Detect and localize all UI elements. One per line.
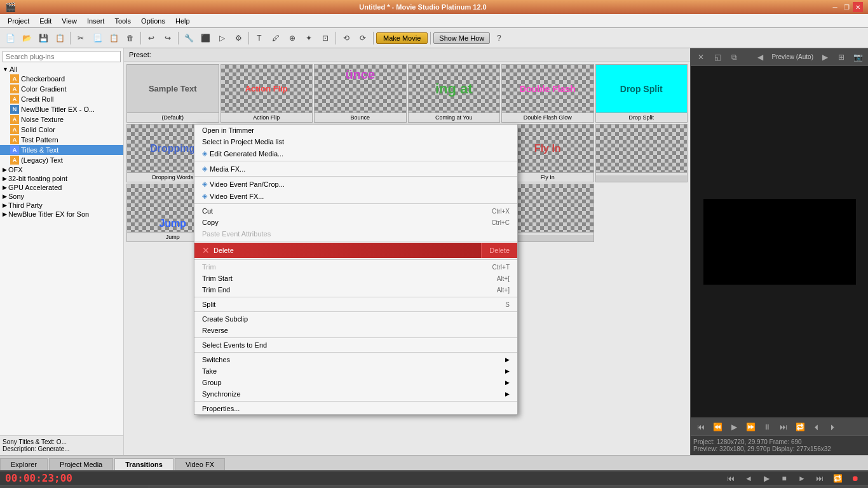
ctx-media-fx[interactable]: ◈ Media FX... (194, 163, 517, 175)
menu-help[interactable]: Help (170, 16, 195, 26)
ctx-group[interactable]: Group ▶ (194, 377, 517, 388)
tb-btn20[interactable]: ⟳ (355, 30, 370, 46)
tree-item-gpu[interactable]: ▶ GPU Accelerated (0, 183, 123, 192)
new-button[interactable]: 📄 (3, 30, 18, 46)
timeline-play[interactable]: ▶ (759, 471, 774, 486)
menu-tools[interactable]: Tools (109, 16, 136, 26)
ctx-videofx[interactable]: ◈ Video Event FX... (194, 190, 517, 202)
ctx-delete-row[interactable]: ✕ Delete Delete (194, 243, 517, 258)
tree-item-newblue2[interactable]: ▶ NewBlue Titler EX for Son (0, 210, 123, 219)
undo-button[interactable]: ↩ (144, 30, 159, 46)
paste-button[interactable]: 📋 (106, 30, 121, 46)
preview-loop-btn[interactable]: 🔁 (792, 419, 808, 435)
minimize-button[interactable]: ─ (830, 2, 840, 12)
tab-transitions[interactable]: Transitions (114, 458, 173, 470)
tree-item-ofx[interactable]: ▶ OFX (0, 165, 123, 174)
preset-dropsplit[interactable]: Drop Split Drop Split (595, 64, 688, 123)
timeline-record[interactable]: ⏺ (848, 471, 863, 486)
timeline-content[interactable]: 00:00:14:29 00:00:29:29 00:00:44:29 00:0… (149, 485, 868, 488)
timeline-rewind[interactable]: ⏮ (723, 471, 738, 486)
preset-bounce[interactable]: ünce Bounce (314, 64, 407, 123)
search-input[interactable] (3, 51, 121, 62)
menu-insert[interactable]: Insert (82, 16, 110, 26)
preview-end-btn[interactable]: ⏭ (776, 419, 791, 435)
menu-options[interactable]: Options (136, 16, 170, 26)
menu-view[interactable]: View (57, 16, 82, 26)
ctx-take[interactable]: Take ▶ (194, 365, 517, 377)
timeline-end[interactable]: ⏭ (812, 471, 827, 486)
tree-item-titlestext[interactable]: A Titles & Text (0, 145, 123, 155)
preview-rewind-btn[interactable]: ⏮ (693, 419, 709, 435)
preview-play-btn[interactable]: ▶ (726, 419, 742, 435)
preview-close-btn[interactable]: ✕ (693, 50, 709, 65)
show-me-how-button[interactable]: Show Me How (433, 32, 490, 44)
ctx-properties[interactable]: Properties... (194, 403, 517, 414)
menu-edit[interactable]: Edit (34, 16, 57, 26)
tree-item-legacytext[interactable]: A (Legacy) Text (0, 155, 123, 165)
tb-btn19[interactable]: ⟲ (339, 30, 354, 46)
preview-pause-btn[interactable]: ⏸ (759, 419, 775, 435)
make-movie-button[interactable]: Make Movie (376, 32, 428, 44)
preview-mode-left[interactable]: ◀ (752, 50, 768, 65)
tb-btn10[interactable]: 🔧 (181, 30, 196, 46)
tb-btn18[interactable]: ⊡ (318, 30, 333, 46)
preset-default[interactable]: Sample Text (Default) (126, 64, 219, 123)
ctx-switches[interactable]: Switches ▶ (194, 354, 517, 365)
ctx-trim-start[interactable]: Trim Start Alt+[ (194, 273, 517, 284)
preview-capture-btn[interactable]: 📷 (850, 50, 865, 65)
ctx-select-events[interactable]: Select Events to End (194, 339, 517, 351)
tree-item-32bit[interactable]: ▶ 32-bit floating point (0, 174, 123, 183)
tb-btn11[interactable]: ⬛ (198, 30, 213, 46)
tree-item-sony[interactable]: ▶ Sony (0, 192, 123, 201)
tb-btn14[interactable]: T (252, 30, 267, 46)
ctx-open-trimmer[interactable]: Open in Trimmer (194, 125, 517, 136)
timeline-loop[interactable]: 🔁 (830, 471, 845, 486)
tab-videofx[interactable]: Video FX (175, 458, 225, 470)
ctx-subclip[interactable]: Create Subclip (194, 313, 517, 325)
close-button[interactable]: ✕ (853, 2, 863, 12)
ctx-copy[interactable]: Copy Ctrl+C (194, 217, 517, 228)
delete-button[interactable]: 🗑 (123, 30, 138, 46)
tb-btn13[interactable]: ⚙ (231, 30, 246, 46)
ctx-split[interactable]: Split S (194, 299, 517, 310)
open-button[interactable]: 📂 (19, 30, 34, 46)
tree-item-colorgradient[interactable]: A Color Gradient (0, 84, 123, 94)
tree-item-noisetexture[interactable]: A Noise Texture (0, 114, 123, 125)
save-button[interactable]: 💾 (36, 30, 51, 46)
preview-mode-right[interactable]: ▶ (817, 50, 832, 65)
redo-button[interactable]: ↪ (160, 30, 175, 46)
help-button[interactable]: ? (491, 30, 506, 46)
timeline-next[interactable]: ► (794, 471, 810, 486)
tree-item-solidcolor[interactable]: A Solid Color (0, 125, 123, 135)
preset-empty[interactable] (595, 124, 688, 182)
preview-single-btn[interactable]: ◱ (710, 50, 725, 65)
ctx-edit-media[interactable]: ◈ Edit Generated Media... (194, 147, 517, 159)
preset-actionflip[interactable]: Action Flip Action Flip (220, 64, 313, 123)
preview-next-btn[interactable]: ⏩ (743, 419, 758, 435)
restore-button[interactable]: ❐ (841, 2, 851, 12)
ctx-trim-end[interactable]: Trim End Alt+] (194, 284, 517, 295)
tree-item-thirdparty[interactable]: ▶ Third Party (0, 201, 123, 210)
tb-btn12[interactable]: ▷ (214, 30, 229, 46)
timeline-stop[interactable]: ■ (776, 471, 792, 486)
preset-comingatyou[interactable]: ing at Coming at You (408, 64, 501, 123)
tb-btn17[interactable]: ✦ (301, 30, 316, 46)
tree-item-all[interactable]: ▼ All (0, 65, 123, 74)
tree-item-creditroll[interactable]: A Credit Roll (0, 94, 123, 104)
copy-button[interactable]: 📃 (90, 30, 105, 46)
tab-projectmedia[interactable]: Project Media (49, 458, 113, 470)
preview-dual-btn[interactable]: ⧉ (726, 50, 742, 65)
preview-step-back-btn[interactable]: ⏴ (809, 419, 824, 435)
tb-btn15[interactable]: 🖊 (268, 30, 283, 46)
tree-item-newblue[interactable]: N NewBlue Titler EX - O... (0, 104, 123, 114)
menu-project[interactable]: Project (3, 16, 34, 26)
ctx-cut[interactable]: Cut Ctrl+X (194, 205, 517, 217)
ctx-select-media[interactable]: Select in Project Media list (194, 136, 517, 147)
tree-item-testpattern[interactable]: A Test Pattern (0, 135, 123, 145)
tb-button4[interactable]: 📋 (52, 30, 67, 46)
cut-button[interactable]: ✂ (73, 30, 88, 46)
preview-step-fwd-btn[interactable]: ⏵ (825, 419, 841, 435)
tab-explorer[interactable]: Explorer (0, 458, 48, 470)
timeline-prev[interactable]: ◄ (741, 471, 756, 486)
tb-btn16[interactable]: ⊕ (285, 30, 300, 46)
